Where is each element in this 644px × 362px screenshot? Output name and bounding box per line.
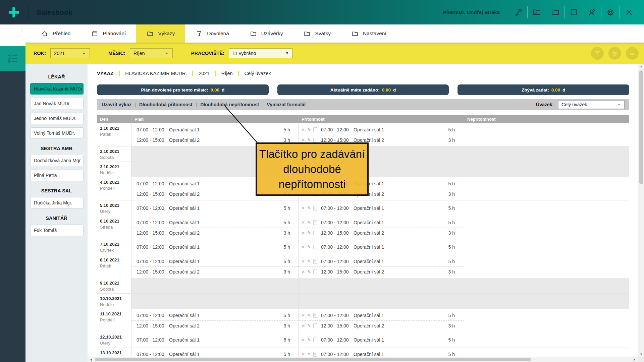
note-entry-icon[interactable] — [313, 138, 317, 142]
edit-entry-icon[interactable]: ✎ — [307, 138, 311, 142]
filter-button[interactable] — [591, 47, 604, 60]
delete-entry-icon[interactable]: ✕ — [302, 231, 305, 235]
edit-entry-icon[interactable]: ✎ — [307, 231, 311, 235]
menu-button[interactable] — [626, 47, 639, 60]
close-icon[interactable] — [620, 8, 638, 17]
delete-entry-icon[interactable]: ✕ — [302, 313, 305, 317]
entry-place: Operační sál 1 — [169, 352, 200, 357]
delete-entry-icon[interactable]: ✕ — [302, 245, 305, 249]
key-icon[interactable] — [509, 8, 527, 17]
delete-entry-icon[interactable]: ✕ — [302, 270, 305, 274]
note-entry-icon[interactable] — [313, 231, 317, 235]
note-entry-icon[interactable] — [313, 206, 317, 210]
horizontal-scrollbar[interactable]: ◄ ► — [88, 357, 638, 362]
delete-entry-icon[interactable]: ✕ — [302, 324, 305, 328]
note-entry-icon[interactable] — [313, 220, 317, 225]
plan-cell — [131, 294, 299, 309]
toolbar-action-vymazat-formular[interactable]: Vymazat formulář — [267, 102, 306, 107]
tab-planovani[interactable]: Plánování — [81, 24, 136, 43]
horizontal-scroll-thumb[interactable] — [95, 358, 531, 361]
delete-entry-icon[interactable]: ✕ — [302, 338, 305, 342]
user-icon[interactable] — [583, 8, 601, 17]
delete-entry-icon[interactable]: ✕ — [302, 259, 305, 263]
edit-entry-icon[interactable]: ✎ — [307, 221, 311, 225]
entry-time: 07:00 - 12:00 — [137, 205, 169, 211]
edit-entry-icon[interactable]: ✎ — [307, 352, 311, 356]
rok-select[interactable]: 2021 — [50, 48, 90, 58]
uvazek-select[interactable]: Celý úvazek — [558, 100, 625, 109]
edit-entry-icon[interactable]: ✎ — [307, 259, 311, 263]
vertical-scrollbar[interactable]: ▲ ▼ — [638, 64, 644, 357]
toolbar-action-dlouhodoba-pritomnost[interactable]: Dlouhodobá přítomnost — [139, 102, 193, 107]
note-entry-icon[interactable] — [313, 323, 317, 328]
toolbar-action-uzavrit-vykaz[interactable]: Uzavřít výkaz — [102, 102, 131, 107]
tab-uzaverky[interactable]: Uzávěrky — [239, 24, 293, 43]
tab-svatky[interactable]: Svátky — [293, 24, 341, 43]
note-entry-icon[interactable] — [313, 269, 317, 274]
sidebar-item-volny-tomas-mudr[interactable]: Volný Tomáš MUDr. — [30, 127, 84, 139]
sidebar-item-hlavicka-kazimir-mudr[interactable]: Hlavička Kazimír MUDr. — [30, 83, 84, 95]
checklist-icon — [7, 52, 19, 64]
entry-hours: 5 h — [448, 205, 464, 211]
scroll-right-icon[interactable]: ► — [632, 357, 637, 362]
note-entry-icon[interactable] — [313, 338, 317, 342]
plan-cell: 07:00 - 12:00Operační sál 15 h12:00 - 15… — [131, 255, 299, 278]
sidebar-item-rucicka-jirka-mgr[interactable]: Ručička Jirka Mgr. — [30, 197, 84, 208]
tooltip-text: Tlačítko pro zadávání — [257, 146, 367, 162]
sidebar-item-pilna-petra[interactable]: Pilná Petra — [30, 170, 84, 181]
edit-entry-icon[interactable]: ✎ — [307, 313, 311, 317]
edit-entry-icon[interactable]: ✎ — [307, 324, 311, 328]
toolbar-action-dlouhodoba-nepritomnost[interactable]: Dlouhodobá nepřítomnost — [200, 102, 259, 107]
scroll-left-icon[interactable]: ◄ — [88, 357, 94, 362]
delete-entry-icon[interactable]: ✕ — [302, 206, 305, 210]
sidebar-item-jedno-tomas-mudr[interactable]: Jedno Tomáš MUDr. — [30, 113, 84, 124]
delete-entry-icon[interactable]: ✕ — [302, 221, 305, 225]
presence-cell: ✕✎07:00 - 12:00Operační sál 15 h✕✎12:00 … — [299, 216, 464, 239]
edit-entry-icon[interactable]: ✎ — [307, 206, 311, 210]
tab-vykazy[interactable]: Výkazy — [136, 24, 185, 43]
print-button[interactable] — [608, 47, 621, 60]
sidebar-item-dochazkova-jana-mgr[interactable]: Docházková Jana Mgr. — [30, 155, 84, 166]
entry-hours: 5 h — [284, 337, 298, 343]
note-entry-icon[interactable] — [313, 313, 317, 318]
scroll-up-icon[interactable]: ▲ — [638, 64, 644, 69]
edit-entry-icon[interactable]: ✎ — [307, 245, 311, 249]
tab-nastaveni[interactable]: Nastavení — [341, 24, 397, 43]
note-entry-icon[interactable] — [313, 127, 317, 132]
vertical-scroll-thumb[interactable] — [639, 70, 643, 184]
tab-dovolena[interactable]: Dovolená — [185, 24, 239, 43]
entry-actions: ✕✎ — [302, 245, 321, 249]
folder-notes-icon[interactable]: N — [528, 8, 546, 17]
entry-time: 07:00 - 12:00 — [137, 313, 169, 318]
entry-hours: 5 h — [284, 313, 298, 318]
scroll-down-icon[interactable]: ▼ — [638, 352, 644, 357]
corner-patch — [0, 43, 25, 46]
pracoviste-select[interactable]: 11 vybráno ▼ — [229, 48, 292, 58]
mesic-select[interactable]: Říjen — [130, 48, 173, 58]
forward-arrow-icon[interactable]: → — [18, 26, 23, 32]
tab-list: PřehledPlánováníVýkazyDovolenáUzávěrkySv… — [31, 24, 397, 43]
note-entry-icon[interactable] — [313, 245, 317, 249]
delete-entry-icon[interactable]: ✕ — [302, 138, 305, 142]
sidebar-item-jan-novak-mudr[interactable]: Jan Novák MUDr. — [30, 98, 84, 109]
entry-time: 07:00 - 12:00 — [137, 127, 169, 132]
note-entry-icon[interactable] — [313, 259, 317, 264]
window-icon[interactable] — [565, 8, 583, 17]
entry-actions: ✕✎ — [302, 231, 321, 235]
edit-entry-icon[interactable]: ✎ — [307, 270, 311, 274]
delete-entry-icon[interactable]: ✕ — [302, 352, 305, 356]
sidebar-item-fuk-tomas[interactable]: Fuk Tomáš — [30, 225, 84, 236]
entry-hours: 5 h — [448, 313, 464, 318]
folder-icon[interactable] — [546, 8, 564, 17]
note-entry-icon[interactable] — [313, 352, 317, 357]
status-unit: d — [393, 87, 396, 93]
entry-actions: ✕✎ — [302, 313, 321, 318]
folder-icon — [352, 30, 359, 37]
tab-prehled[interactable]: Přehled — [31, 24, 81, 43]
edit-entry-icon[interactable]: ✎ — [307, 338, 311, 342]
settings-icon[interactable] — [601, 8, 620, 17]
delete-entry-icon[interactable]: ✕ — [302, 128, 305, 132]
edit-entry-icon[interactable]: ✎ — [307, 128, 311, 132]
schedule-entry: 07:00 - 12:00Operační sál 15 h — [131, 241, 298, 253]
checklist-panel-button[interactable] — [0, 46, 25, 71]
